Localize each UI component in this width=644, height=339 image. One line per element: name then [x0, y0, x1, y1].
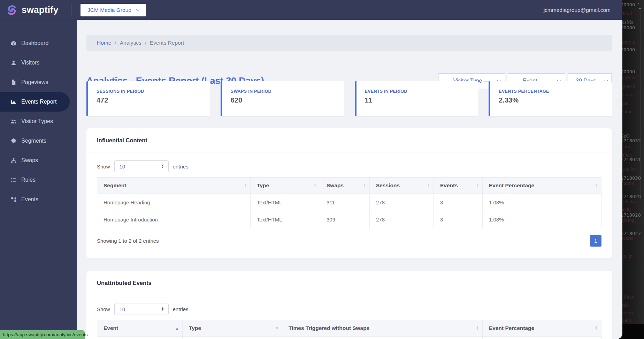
cell-sessions: 278 [370, 194, 434, 211]
select-arrows-icon: ▲▼ [161, 307, 164, 311]
cell-sessions: 278 [370, 211, 434, 228]
influential-content-table: Segment▲▼ Type▲▼ Swaps▲▼ Sessions▲▼ Even… [97, 177, 601, 228]
sidebar-item-segments[interactable]: Segments [0, 131, 77, 151]
gauge-icon [10, 40, 17, 46]
cell-event-percentage [483, 337, 601, 339]
editor-text-fragment: eed(); [622, 206, 633, 212]
column-header-sessions[interactable]: Sessions▲▼ [370, 178, 434, 194]
column-label: Times Triggered without Swaps [289, 325, 369, 331]
sort-icon: ▲▼ [427, 183, 430, 188]
editor-text-fragment: 1718028 [622, 212, 641, 218]
editor-text-fragment: icsMa [622, 19, 634, 25]
sidebar-item-visitors[interactable]: Visitors [0, 53, 77, 73]
entries-control-row: Show 10 ▲▼ entries [97, 303, 601, 315]
sidebar-item-rules[interactable]: Rules [0, 170, 77, 190]
cell-type [183, 337, 282, 339]
sidebar-item-label: Pageviews [21, 79, 48, 85]
editor-bottom-area [622, 324, 644, 339]
table-row [97, 337, 601, 339]
column-label: Event Percentage [489, 182, 534, 188]
stat-value: 2.33% [499, 96, 612, 104]
editor-scrollbar [641, 10, 641, 201]
column-header-swaps[interactable]: Swaps▲▼ [320, 178, 370, 194]
editor-text-fragment: _speed [622, 83, 635, 89]
editor-text-fragment: 1718031 [622, 157, 641, 162]
section-title: Influential Content [97, 137, 147, 144]
cell-events: 3 [434, 211, 483, 228]
org-selector-label: JCM Media Group [87, 7, 131, 13]
breadcrumb-home-link[interactable]: Home [97, 40, 111, 46]
page-size-value: 10 [120, 306, 125, 312]
stat-label: EVENTS PERCENTAGE [499, 89, 612, 94]
column-label: Swaps [327, 182, 344, 188]
stat-card-events-percentage: EVENTS PERCENTAGE 2.33% [489, 81, 612, 116]
entries-label: entries [173, 164, 189, 170]
stat-card-events: EVENTS IN PERIOD 11 [355, 81, 478, 116]
page-size-select[interactable]: 10 ▲▼ [114, 303, 169, 315]
breadcrumb-separator: / [145, 40, 146, 46]
cell-type: Text/HTML [251, 211, 320, 228]
sidebar-item-swaps[interactable]: Swaps [0, 151, 77, 170]
sort-icon: ▲▼ [476, 183, 479, 188]
user-icon [10, 60, 17, 66]
table-header-row: Segment▲▼ Type▲▼ Swaps▲▼ Sessions▲▼ Even… [97, 178, 601, 194]
column-header-event[interactable]: Event▲ [97, 320, 183, 337]
column-header-events[interactable]: Events▲▼ [434, 178, 483, 194]
column-header-times-triggered[interactable]: Times Triggered without Swaps▲▼ [282, 320, 483, 337]
cell-type: Text/HTML [251, 194, 320, 211]
sidebar-item-label: Segments [21, 138, 46, 144]
section-body: Show 10 ▲▼ entries Event▲ Type▲▼ [86, 295, 612, 339]
sort-ascending-icon: ▲ [175, 326, 179, 330]
editor-text-fragment: _cavity [622, 166, 636, 172]
code-editor-strip: ▪ ▲ 00000Box.licsMa00000ump: p0000000000… [622, 0, 644, 339]
entries-summary: Showing 1 to 2 of 2 entries [97, 238, 159, 244]
topbar-divider [71, 4, 71, 16]
swaptify-logo-icon [6, 4, 18, 16]
column-label: Event [104, 325, 118, 331]
column-label: Event Percentage [489, 325, 534, 331]
app-window: swaptify JCM Media Group jcmmediagroup@g… [0, 0, 622, 339]
show-label: Show [97, 164, 110, 170]
editor-text-fragment: _qMax [622, 75, 636, 81]
table-row: Homepage Introduction Text/HTML 309 278 … [97, 211, 601, 228]
sidebar-item-label: Events Report [21, 99, 56, 105]
sidebar-item-events-report[interactable]: Events Report [0, 92, 70, 112]
sidebar-item-visitor-types[interactable]: Visitor Types [0, 112, 77, 131]
editor-text-fragment: ); [622, 285, 624, 291]
sidebar-item-pageviews[interactable]: Pageviews [0, 73, 77, 92]
column-header-event-percentage[interactable]: Event Percentage▲▼ [483, 320, 601, 337]
file-icon [10, 79, 17, 85]
editor-text-fragment: in(); [622, 302, 630, 308]
sidebar-item-label: Visitor Types [21, 118, 53, 125]
stat-card-swaps: SWAPS IN PERIOD 620 [221, 81, 344, 116]
column-header-event-percentage[interactable]: Event Percentage▲▼ [483, 178, 601, 194]
editor-scroll-up-icon: ▲ [638, 6, 642, 10]
editor-text-fragment: 00000 [622, 2, 635, 7]
section-header: Unattributed Events [86, 271, 612, 295]
brand-name: swaptify [22, 5, 59, 15]
column-header-segment[interactable]: Segment▲▼ [97, 178, 251, 194]
sidebar-item-events[interactable]: Events [0, 190, 77, 209]
column-header-type[interactable]: Type▲▼ [251, 178, 320, 194]
stat-value: 620 [231, 96, 344, 104]
editor-text-fragment: _clickp [622, 199, 636, 205]
sitemap-icon [10, 157, 17, 164]
brand-logo[interactable]: swaptify [0, 4, 71, 16]
sidebar-item-dashboard[interactable]: Dashboard [0, 33, 77, 53]
stat-value: 11 [365, 96, 478, 104]
topbar: swaptify JCM Media Group jcmmediagroup@g… [0, 0, 622, 20]
column-label: Type [189, 325, 201, 331]
editor-text-fragment: Pump( [622, 180, 635, 186]
editor-text-fragment: 00000 [622, 25, 635, 30]
column-header-type[interactable]: Type▲▼ [183, 320, 282, 337]
column-label: Type [257, 182, 269, 188]
editor-text-fragment: _filter [622, 294, 634, 300]
sort-icon: ▲▼ [595, 183, 598, 188]
org-selector-dropdown[interactable]: JCM Media Group [80, 4, 146, 16]
editor-text-fragment: _block [622, 109, 635, 115]
pagination-page-1-button[interactable]: 1 [590, 235, 601, 247]
editor-text-fragment: gidrop [622, 310, 634, 316]
cell-events: 3 [434, 194, 483, 211]
page-size-select[interactable]: 10 ▲▼ [114, 160, 169, 172]
column-label: Sessions [376, 182, 400, 188]
